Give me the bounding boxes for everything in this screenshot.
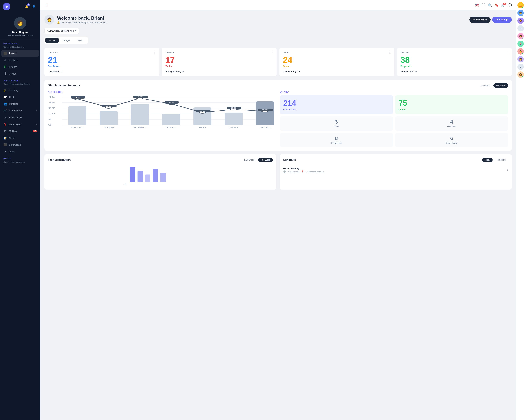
user-menu-button[interactable]: 👤	[31, 4, 37, 9]
ecommerce-icon: 🛒	[3, 109, 7, 112]
schedule-time: in 32 minutes	[288, 171, 299, 173]
svg-text:36: 36	[48, 102, 55, 104]
main-content: ☰ 🇺🇸 ⛶ 🔍 🔖 🛒 5 💬 🧑 Welcome back, Brian! …	[40, 0, 516, 420]
academy-icon: 🎓	[3, 89, 7, 92]
settings-button[interactable]: ⚙ Settings	[492, 17, 512, 23]
svg-text:34: 34	[168, 102, 174, 103]
schedule-today-button[interactable]: Today	[482, 158, 493, 162]
crypto-icon: $	[3, 72, 7, 75]
sidebar-item-helpcenter[interactable]: ❓ Help Center ›	[0, 121, 40, 128]
task-last-week-button[interactable]: Last Week	[242, 158, 257, 162]
notifications-button[interactable]: 🔔 3	[24, 4, 29, 9]
schedule-tomorrow-button[interactable]: Tomorrow	[494, 158, 508, 162]
search-button[interactable]: 🔍	[488, 3, 492, 7]
flag-button[interactable]: 🇺🇸	[475, 3, 479, 7]
welcome-bar: 🧑 Welcome back, Brian! 🔔 You have 2 new …	[45, 15, 512, 25]
fixed-stat: 3 Fixed	[280, 116, 393, 131]
project-selector[interactable]: ACME Corp. Backend App ▾	[45, 28, 79, 34]
right-avatar[interactable]: M	[517, 25, 524, 31]
svg-text:0: 0	[48, 124, 52, 126]
sidebar-item-tasks[interactable]: ✓ Tasks	[0, 148, 40, 155]
sidebar-item-label: Scrumboard	[9, 143, 21, 146]
messages-button[interactable]: ✉ Messages	[469, 17, 490, 23]
card-menu-button[interactable]: ⋮	[388, 51, 391, 54]
schedule-location: Conference room 1B	[306, 171, 324, 173]
needstriage-label: Needs Triage	[445, 142, 458, 144]
app-logo[interactable]: ◆	[3, 3, 10, 10]
issues-label: Open	[283, 65, 391, 67]
schedule-item: Group Meeting 🕐 in 32 minutes 📍 Conferen…	[283, 165, 508, 175]
sidebar-item-mailbox[interactable]: ✉ Mailbox 27	[0, 128, 40, 135]
svg-text:18: 18	[48, 113, 55, 115]
right-avatar[interactable]: M	[517, 64, 524, 70]
summary-card-title: Summary ⋮	[48, 51, 156, 54]
last-week-button[interactable]: Last Week	[477, 83, 492, 88]
needstriage-number: 6	[450, 136, 453, 141]
svg-text:9: 9	[48, 118, 52, 120]
chevron-right-icon: ›	[507, 168, 508, 171]
svg-rect-51	[153, 169, 158, 182]
bookmarks-button[interactable]: 🔖	[495, 3, 498, 7]
gear-icon: ⚙	[496, 18, 498, 21]
sidebar-item-chat[interactable]: 💬 Chat	[0, 94, 40, 101]
online-indicator	[522, 14, 524, 16]
right-avatar[interactable]: 👩	[517, 33, 524, 39]
sidebar-item-notes[interactable]: 📝 Notes	[0, 135, 40, 141]
right-avatar[interactable]: 👱	[517, 2, 524, 8]
sidebar-item-ecommerce[interactable]: 🛒 ECommerce ›	[0, 107, 40, 114]
sidebar-item-filemanager[interactable]: ☁ File Manager	[0, 114, 40, 121]
right-avatar[interactable]: 🧑	[517, 71, 524, 78]
sidebar-item-crypto[interactable]: $ Crypto	[0, 70, 40, 77]
fullscreen-button[interactable]: ⛶	[482, 3, 485, 7]
closed-number: 75	[399, 99, 505, 107]
menu-toggle-button[interactable]: ☰	[45, 3, 47, 7]
chart-label: New vs. Closed	[48, 91, 276, 93]
sidebar-item-analytics[interactable]: ⊕ Analytics	[0, 57, 40, 64]
fixed-label: Fixed	[334, 125, 339, 128]
svg-rect-14	[131, 104, 149, 125]
right-avatar[interactable]: 👨	[517, 48, 524, 55]
tab-home[interactable]: Home	[46, 38, 59, 43]
reopened-label: Re-opened	[331, 142, 342, 144]
tab-budget[interactable]: Budget	[59, 38, 74, 43]
schedule-header: Schedule Today Tomorrow	[283, 158, 508, 162]
issues-card-title: Issues ⋮	[283, 51, 391, 54]
overdue-sub: From yesterday: 9	[166, 70, 273, 73]
svg-text:28: 28	[106, 105, 112, 107]
right-avatar[interactable]: 🧕	[517, 41, 524, 47]
task-dist-header: Task Distribution Last Week This Week	[48, 158, 273, 162]
applications-section-sub: Custom made application designs	[0, 83, 40, 87]
summary-sub: Completed: 13	[48, 70, 156, 73]
task-chart-area: 40	[48, 165, 273, 186]
sidebar-item-scrumboard[interactable]: ⬛ Scrumboard	[0, 141, 40, 148]
sidebar-item-label: Analytics	[9, 59, 18, 61]
sidebar-item-label: Mailbox	[9, 130, 17, 132]
sidebar-item-project[interactable]: ⬛ Project	[1, 50, 39, 57]
right-avatar[interactable]: 👧	[517, 56, 524, 62]
svg-text:40: 40	[124, 183, 126, 186]
overdue-number: 17	[166, 56, 273, 64]
task-this-week-button[interactable]: This Week	[258, 158, 273, 162]
svg-text:Mon: Mon	[71, 126, 84, 129]
right-avatar[interactable]: 👦	[517, 10, 524, 16]
right-avatar[interactable]: 🧔	[517, 18, 524, 24]
sidebar: ◆ 🔔 3 👤 🧑 Brian Hughes hughes.brian@comp…	[0, 0, 40, 420]
messages-button[interactable]: 💬	[508, 3, 512, 7]
sidebar-item-label: Chat	[9, 96, 14, 98]
sidebar-item-academy[interactable]: 🎓 Academy	[0, 87, 40, 94]
tab-team[interactable]: Team	[74, 38, 87, 43]
contacts-icon: 👥	[3, 102, 7, 105]
sidebar-item-contacts[interactable]: 👥 Contacts	[0, 101, 40, 107]
cart-badge: 5	[503, 3, 506, 5]
card-menu-button[interactable]: ⋮	[153, 51, 156, 54]
card-menu-button[interactable]: ⋮	[506, 51, 508, 54]
cart-button[interactable]: 🛒 5	[501, 3, 505, 7]
this-week-button[interactable]: This Week	[494, 83, 508, 88]
sidebar-item-finance[interactable]: 💲 Finance	[0, 64, 40, 70]
sidebar-profile: 🧑 Brian Hughes hughes.brian@company.com	[0, 13, 40, 40]
github-section-title: Github Issues Summary	[48, 84, 80, 87]
github-content: New vs. Closed 45 36 27 18 9 0	[48, 91, 508, 147]
card-menu-button[interactable]: ⋮	[271, 51, 273, 54]
overview-grid: 214 New Issues 75 Closed 3 Fixed 4	[280, 95, 508, 147]
location-icon: 📍	[301, 170, 304, 173]
